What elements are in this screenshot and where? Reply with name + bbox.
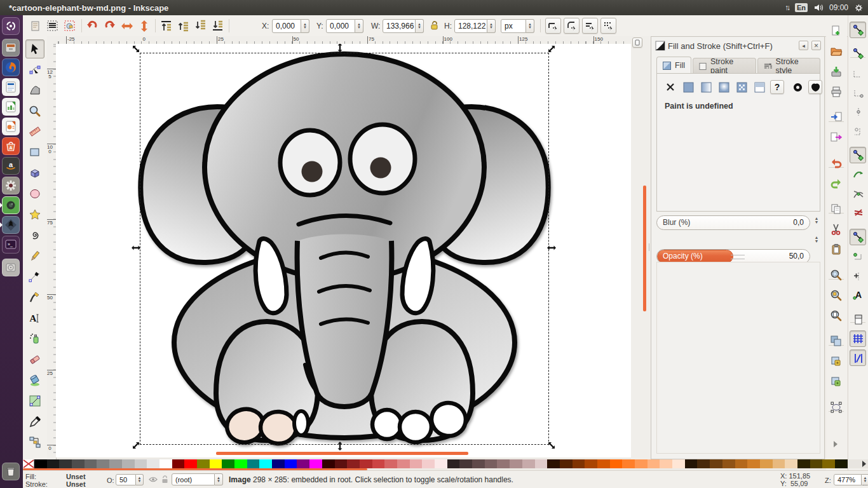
panel-resize-grip[interactable] <box>731 255 745 259</box>
snap-path-intersections-button[interactable] <box>850 186 866 202</box>
palette-swatch[interactable] <box>497 459 510 468</box>
palette-swatch[interactable] <box>297 459 309 468</box>
paint-unknown-button[interactable]: ? <box>770 80 784 94</box>
palette-swatch[interactable] <box>622 459 635 468</box>
launcher-inkscape-icon[interactable] <box>2 216 20 234</box>
text-tool-button[interactable]: A <box>25 309 44 328</box>
palette-swatch[interactable] <box>797 459 810 468</box>
palette-swatch[interactable] <box>335 459 348 468</box>
snap-line-midpoints-button[interactable] <box>850 268 866 284</box>
snap-page-border-button[interactable] <box>850 311 866 327</box>
palette-swatch[interactable] <box>309 459 322 468</box>
fill-indicator-value[interactable]: Unset <box>66 473 86 480</box>
palette-swatch[interactable] <box>72 459 85 468</box>
palette-swatch[interactable] <box>147 459 159 468</box>
w-spinner[interactable]: ▲▼ <box>416 19 424 33</box>
paint-bucket-tool-button[interactable] <box>25 371 44 390</box>
palette-swatch[interactable] <box>435 459 447 468</box>
palette-swatch[interactable] <box>447 459 460 468</box>
print-document-button[interactable] <box>828 84 844 100</box>
blur-slider[interactable]: Blur (%) 0,0 <box>656 215 810 230</box>
redo-button[interactable] <box>828 175 844 192</box>
snap-to-paths-button[interactable] <box>850 166 866 183</box>
lock-ratio-icon[interactable] <box>430 20 438 30</box>
palette-swatch[interactable] <box>510 459 522 468</box>
flip-horizontal-button[interactable] <box>119 18 134 33</box>
copy-button[interactable] <box>828 201 844 217</box>
import-button[interactable] <box>828 109 844 126</box>
layer-dropdown[interactable]: (root) <box>172 473 215 485</box>
snap-intersections-button[interactable] <box>850 205 866 222</box>
palette-swatch[interactable] <box>535 459 548 468</box>
raise-to-top-button[interactable] <box>159 18 173 33</box>
zoom-page-button[interactable] <box>828 308 844 324</box>
pen-tool-button[interactable] <box>25 268 44 287</box>
palette-swatch[interactable] <box>585 459 597 468</box>
layer-dropdown-arrows[interactable]: ▲▼ <box>215 473 223 485</box>
session-gear-icon[interactable] <box>855 4 863 12</box>
palette-swatch[interactable] <box>172 459 185 468</box>
window-resize-grip[interactable] <box>863 485 867 488</box>
layer-lock-icon[interactable] <box>161 475 168 484</box>
launcher-trash-icon[interactable] <box>2 463 20 480</box>
palette-swatch[interactable] <box>184 459 197 468</box>
snap-smooth-nodes-button[interactable] <box>850 248 866 265</box>
object-opacity-field[interactable]: 50 <box>116 474 136 485</box>
launcher-software-center-icon[interactable]: A <box>2 137 20 155</box>
commands-overflow-arrow[interactable] <box>834 441 837 447</box>
snap-guides-button[interactable] <box>850 349 866 366</box>
vertical-ruler[interactable]: 1251007550250 <box>47 44 57 459</box>
calligraphy-tool-button[interactable] <box>25 288 44 307</box>
palette-swatch[interactable] <box>835 459 848 468</box>
affect-stroke-toggle[interactable] <box>545 18 561 34</box>
new-document-button[interactable] <box>828 23 844 39</box>
palette-swatch[interactable] <box>597 459 610 468</box>
gradient-tool-button[interactable] <box>25 391 44 410</box>
launcher-amazon-icon[interactable]: a <box>2 157 20 175</box>
unit-dropdown[interactable]: px <box>501 19 526 33</box>
clock[interactable]: 09:00 <box>829 3 848 12</box>
launcher-dash-home-icon[interactable] <box>2 17 20 35</box>
object-opacity-spinner[interactable]: ▲▼ <box>136 474 144 485</box>
palette-swatch[interactable] <box>785 459 797 468</box>
palette-swatch[interactable] <box>710 459 722 468</box>
paint-radial-gradient-button[interactable] <box>717 80 731 94</box>
launcher-screenshot-tool-icon[interactable] <box>2 196 20 214</box>
palette-swatch[interactable] <box>747 459 760 468</box>
snap-cusp-nodes-button[interactable] <box>850 229 866 245</box>
palette-swatch[interactable] <box>573 459 585 468</box>
x-spinner[interactable]: ▲▼ <box>301 19 309 33</box>
pencil-tool-button[interactable] <box>25 247 44 266</box>
canvas[interactable] <box>56 44 631 458</box>
palette-swatch[interactable] <box>822 459 835 468</box>
palette-swatch[interactable] <box>459 459 472 468</box>
open-document-button[interactable] <box>828 43 844 60</box>
palette-swatch[interactable] <box>672 459 685 468</box>
deselect-button[interactable] <box>62 18 77 33</box>
palette-swatch[interactable] <box>97 459 109 468</box>
scale-handle-right[interactable] <box>547 243 556 252</box>
paste-button[interactable] <box>828 241 844 258</box>
snap-bbox-edge-midpoints-button[interactable] <box>850 104 866 120</box>
spiral-tool-button[interactable] <box>25 226 44 245</box>
palette-swatch[interactable] <box>34 459 47 468</box>
launcher-settings-icon[interactable] <box>2 177 20 194</box>
raise-button[interactable] <box>176 18 191 33</box>
fill-rule-nonzero-button[interactable] <box>808 80 822 94</box>
palette-swatch[interactable] <box>610 459 623 468</box>
paint-pattern-button[interactable] <box>735 80 749 94</box>
zoom-spinner[interactable]: ▲▼ <box>862 474 868 485</box>
snap-enable-button[interactable] <box>850 22 866 38</box>
palette-swatch[interactable] <box>485 459 498 468</box>
layer-visibility-icon[interactable] <box>149 476 158 483</box>
palette-swatch[interactable] <box>810 459 823 468</box>
zoom-field[interactable]: 477% <box>834 474 862 485</box>
sticky-zoom-button[interactable] <box>632 37 642 48</box>
palette-swatch[interactable] <box>422 459 435 468</box>
snap-text-baseline-button[interactable]: A <box>850 287 866 304</box>
paint-flat-button[interactable] <box>681 80 695 94</box>
launcher-calc-icon[interactable] <box>2 98 20 116</box>
snap-nodes-button[interactable] <box>850 147 866 163</box>
affect-corners-toggle[interactable] <box>564 18 580 34</box>
blur-value[interactable]: 0,0 <box>793 218 804 227</box>
